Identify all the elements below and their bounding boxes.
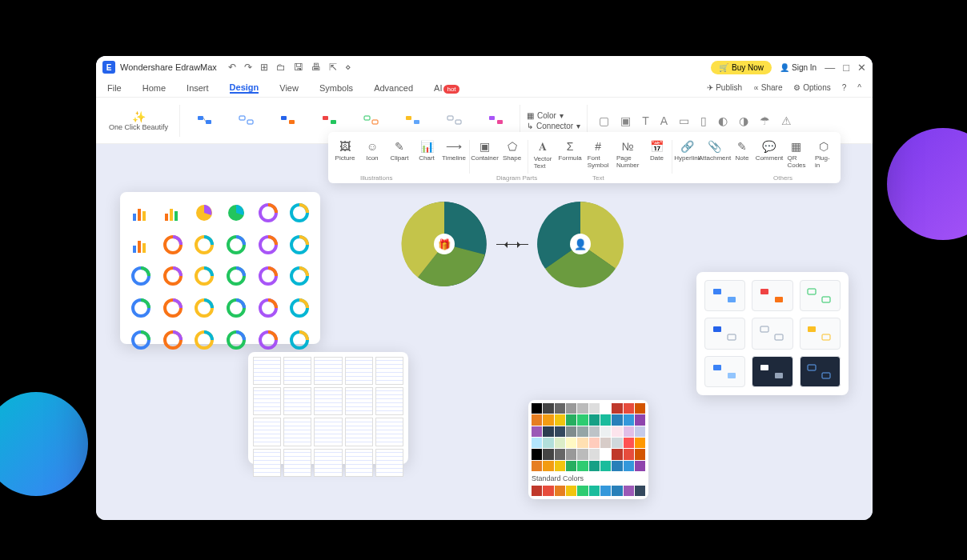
chart-thumb[interactable] bbox=[158, 326, 187, 354]
color-swatch[interactable] bbox=[589, 426, 600, 437]
chart-thumb[interactable] bbox=[222, 198, 251, 227]
color-swatch[interactable] bbox=[577, 426, 588, 437]
table-thumb[interactable] bbox=[314, 449, 342, 477]
theme-preset-3[interactable] bbox=[270, 110, 305, 131]
color-swatch[interactable] bbox=[624, 486, 634, 496]
chart-thumb[interactable] bbox=[285, 230, 314, 259]
insert-comment[interactable]: 💬Comment bbox=[756, 137, 783, 165]
color-swatch[interactable] bbox=[612, 449, 622, 459]
color-swatch[interactable] bbox=[635, 449, 645, 459]
color-swatch[interactable] bbox=[532, 426, 542, 437]
chart-thumb[interactable] bbox=[126, 198, 155, 227]
color-swatch[interactable] bbox=[624, 461, 634, 471]
table-thumb[interactable] bbox=[253, 387, 281, 415]
table-thumb[interactable] bbox=[283, 387, 311, 415]
insert-container[interactable]: ▣Container bbox=[471, 137, 499, 165]
one-click-beautify-button[interactable]: ✨ One Click Beautify bbox=[104, 107, 173, 134]
menu-ai[interactable]: AIhot bbox=[434, 83, 459, 93]
menu-design[interactable]: Design bbox=[230, 82, 259, 94]
table-thumb[interactable] bbox=[283, 449, 311, 477]
color-swatch[interactable] bbox=[635, 486, 645, 496]
color-swatch[interactable] bbox=[600, 461, 611, 471]
theme-icon-2[interactable]: ◑ bbox=[739, 114, 748, 127]
color-swatch[interactable] bbox=[635, 461, 645, 471]
insert-plugin[interactable]: ⬡Plug-in bbox=[810, 137, 837, 172]
menu-insert[interactable]: Insert bbox=[187, 83, 209, 93]
theme-thumb-6[interactable] bbox=[800, 318, 841, 349]
chart-thumb[interactable] bbox=[285, 326, 314, 354]
color-swatch[interactable] bbox=[555, 414, 565, 425]
chart-thumb[interactable] bbox=[190, 198, 219, 227]
chart-thumb[interactable] bbox=[126, 230, 155, 259]
text-icon[interactable]: T bbox=[642, 114, 649, 127]
chart-thumb[interactable] bbox=[222, 230, 251, 259]
color-swatch[interactable] bbox=[566, 438, 576, 448]
color-swatch[interactable] bbox=[577, 449, 588, 459]
chart-thumb[interactable] bbox=[158, 262, 187, 290]
theme-thumb-2[interactable] bbox=[752, 280, 792, 311]
pie-right[interactable]: 👤 bbox=[536, 200, 624, 288]
chart-thumb[interactable] bbox=[190, 326, 219, 354]
color-swatch[interactable] bbox=[532, 438, 542, 448]
color-swatch[interactable] bbox=[555, 403, 565, 414]
close-button[interactable]: ✕ bbox=[857, 62, 866, 74]
color-swatch[interactable] bbox=[577, 414, 588, 425]
color-swatch[interactable] bbox=[635, 438, 645, 448]
options-button[interactable]: ⚙ Options bbox=[793, 83, 830, 92]
color-swatch[interactable] bbox=[612, 438, 622, 448]
menu-symbols[interactable]: Symbols bbox=[319, 83, 353, 93]
theme-preset-2[interactable] bbox=[228, 110, 263, 131]
color-swatch[interactable] bbox=[624, 449, 634, 459]
color-swatch[interactable] bbox=[635, 414, 645, 425]
theme-preset-6[interactable] bbox=[395, 110, 430, 131]
theme-preset-1[interactable] bbox=[187, 110, 222, 131]
print-icon[interactable]: 🖶 bbox=[311, 62, 321, 73]
color-swatch[interactable] bbox=[543, 461, 553, 471]
color-swatch[interactable] bbox=[612, 426, 622, 437]
color-swatch[interactable] bbox=[600, 403, 611, 414]
color-swatch[interactable] bbox=[635, 426, 645, 437]
menu-advanced[interactable]: Advanced bbox=[374, 83, 413, 93]
theme-preset-4[interactable] bbox=[311, 110, 347, 131]
color-swatch[interactable] bbox=[566, 414, 576, 425]
insert-chart[interactable]: 📊Chart bbox=[413, 137, 440, 165]
color-swatch[interactable] bbox=[555, 486, 565, 496]
undo-icon[interactable]: ↶ bbox=[228, 62, 236, 73]
table-thumb[interactable] bbox=[375, 449, 403, 477]
table-thumb[interactable] bbox=[283, 418, 311, 446]
chart-thumb[interactable] bbox=[254, 326, 283, 354]
table-thumb[interactable] bbox=[314, 387, 342, 415]
table-thumb[interactable] bbox=[345, 357, 373, 385]
table-thumb[interactable] bbox=[375, 418, 403, 446]
publish-button[interactable]: ✈ Publish bbox=[707, 83, 742, 92]
chart-thumb[interactable] bbox=[254, 198, 283, 227]
insert-clipart[interactable]: ✎Clipart bbox=[386, 137, 413, 165]
menu-home[interactable]: Home bbox=[142, 83, 166, 93]
color-swatch[interactable] bbox=[555, 426, 565, 437]
insert-note[interactable]: ✎Note bbox=[728, 137, 756, 165]
table-thumb[interactable] bbox=[314, 418, 342, 446]
color-swatch[interactable] bbox=[600, 486, 611, 496]
theme-thumb-4[interactable] bbox=[704, 318, 745, 349]
color-swatch[interactable] bbox=[577, 438, 588, 448]
color-swatch[interactable] bbox=[543, 486, 553, 496]
open-icon[interactable]: 🗀 bbox=[276, 62, 286, 73]
canvas[interactable]: 🖼Picture ☺Icon ✎Clipart 📊Chart ⟶Timeline… bbox=[96, 144, 873, 520]
table-thumb[interactable] bbox=[253, 418, 281, 446]
theme-icon-1[interactable]: ◐ bbox=[718, 114, 728, 127]
sign-in-button[interactable]: 👤 Sign In bbox=[780, 63, 817, 72]
color-swatch[interactable] bbox=[624, 438, 634, 448]
color-swatch[interactable] bbox=[635, 403, 645, 414]
table-thumb[interactable] bbox=[345, 418, 373, 446]
theme-preset-5[interactable] bbox=[353, 110, 388, 131]
color-swatch[interactable] bbox=[555, 449, 565, 459]
theme-thumb-3[interactable] bbox=[800, 280, 841, 311]
color-swatch[interactable] bbox=[600, 426, 611, 437]
color-swatch[interactable] bbox=[566, 486, 576, 496]
insert-font-symbol[interactable]: #Font Symbol bbox=[584, 137, 612, 172]
insert-page-number[interactable]: №Page Number bbox=[612, 137, 643, 172]
collapse-ribbon-button[interactable]: ^ bbox=[857, 83, 861, 92]
color-swatch[interactable] bbox=[612, 461, 622, 471]
color-swatch[interactable] bbox=[612, 486, 622, 496]
color-swatch[interactable] bbox=[600, 438, 611, 448]
